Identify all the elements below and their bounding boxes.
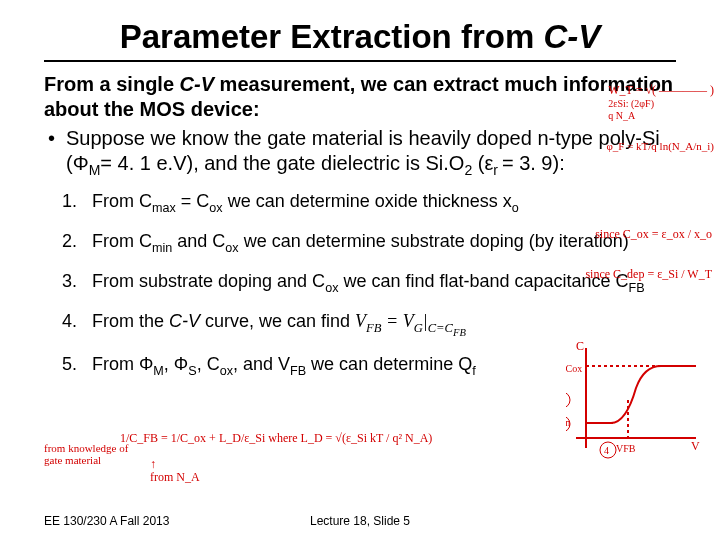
svg-text:4: 4 (604, 445, 609, 456)
svg-point-7 (566, 392, 570, 408)
footer-center: Lecture 18, Slide 5 (310, 514, 410, 528)
step-1: From Cmax = Cox we can determine oxide t… (70, 190, 676, 216)
slide-footer: EE 130/230 A Fall 2013 Lecture 18, Slide… (44, 514, 676, 528)
axis-v-label: V (691, 439, 700, 453)
page-title: Parameter Extraction from C-V (44, 18, 676, 56)
title-rule (44, 60, 676, 62)
ann-cfb: 1/C_FB = 1/C_ox + L_D/ε_Si where L_D = √… (120, 432, 432, 445)
ann-wt-formula: W_T = √( ———— ) 2εSi: (2φF) q N_A (608, 84, 714, 122)
ann-cdep: since C_dep = ε_Si / W_T (585, 268, 712, 281)
ann-cox: since C_ox = ε_ox / x_o (595, 228, 712, 241)
step-2: From Cmin and Cox we can determine subst… (70, 230, 676, 256)
title-text: Parameter Extraction from (120, 18, 544, 55)
vfb-formula: VFB = VG|C=CFB (355, 311, 466, 331)
assumption-bullet: Suppose we know the gate material is hea… (44, 126, 676, 180)
ann-from-gate: from knowledge of gate material (44, 442, 134, 466)
footer-left: EE 130/230 A Fall 2013 (44, 514, 169, 528)
axis-c-label: C (576, 339, 584, 353)
vfb-label: VFB (616, 443, 636, 454)
step-4: From the C-V curve, we can find VFB = VG… (70, 310, 676, 338)
intro-text: From a single C-V measurement, we can ex… (44, 72, 676, 122)
ann-from-na: ↑from N_A (150, 458, 200, 484)
cmax-label: Cmax=Cox (566, 363, 582, 374)
title-cv: C-V (543, 18, 600, 55)
ann-phif: φ_F = kT/q ln(N_A/n_i) (606, 140, 714, 152)
cv-sketch: C V Cmax=Cox Cmin VFB 2 3 4 (566, 338, 706, 468)
